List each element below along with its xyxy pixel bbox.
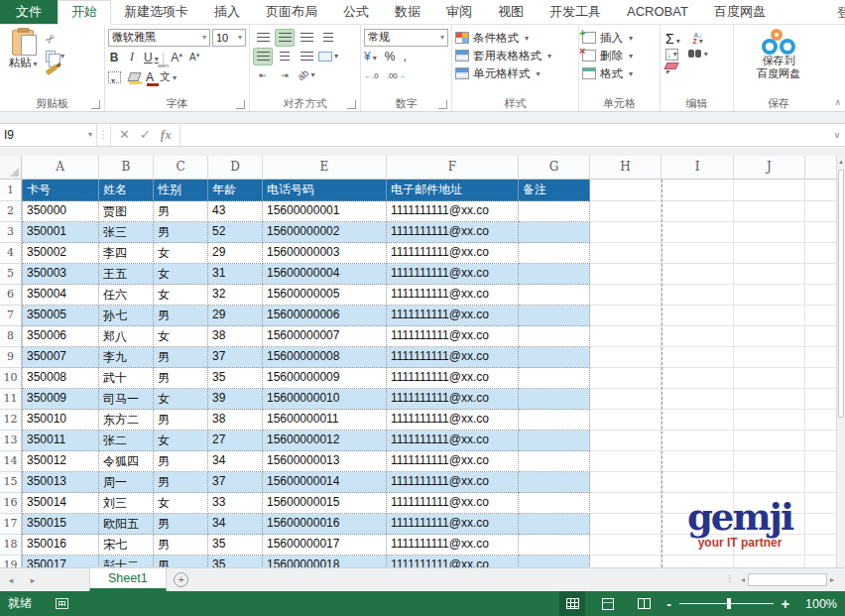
grow-font-button[interactable]: A [171, 51, 182, 64]
orientation-button[interactable]: ab [297, 66, 316, 84]
cell-G2[interactable] [519, 201, 590, 222]
vertical-scrollbar[interactable]: ▲ [836, 156, 845, 567]
tab-百度网盘[interactable]: 百度网盘 [701, 0, 779, 24]
delete-cells-button[interactable]: 删除 [582, 49, 633, 63]
cell-J2[interactable] [734, 201, 805, 222]
cell-D6[interactable]: 32 [208, 285, 263, 306]
new-sheet-button[interactable]: + [167, 568, 196, 591]
cell-H12[interactable] [590, 410, 662, 431]
cell-C11[interactable]: 女 [154, 389, 208, 410]
cell-D9[interactable]: 37 [208, 347, 263, 368]
cell-A3[interactable]: 350001 [22, 222, 99, 243]
cell-D12[interactable]: 38 [208, 410, 263, 431]
row-header-2[interactable]: 2 [0, 201, 22, 222]
cell-G9[interactable] [519, 347, 590, 368]
cell-E3[interactable]: 15600000002 [263, 222, 387, 243]
insert-function-icon[interactable]: fx [161, 127, 172, 143]
column-header-C[interactable]: C [154, 156, 208, 180]
copy-button[interactable] [43, 50, 67, 63]
clear-button[interactable] [664, 62, 678, 69]
cell-I7[interactable] [662, 306, 734, 326]
zoom-slider-thumb[interactable] [727, 598, 731, 609]
cell-A4[interactable]: 350002 [22, 243, 99, 264]
cell-B7[interactable]: 孙七 [99, 306, 154, 326]
column-header-G[interactable]: G [519, 156, 590, 180]
cell-B5[interactable]: 王五 [99, 264, 154, 285]
cell-C15[interactable]: 男 [154, 472, 208, 493]
cell-H15[interactable] [590, 472, 662, 493]
cell-A12[interactable]: 350010 [22, 410, 99, 431]
cell-F15[interactable]: 1111111111@xx.co [387, 472, 519, 493]
cell-J9[interactable] [734, 347, 805, 368]
fill-button[interactable]: ↓ [665, 49, 678, 61]
align-middle-button[interactable] [275, 29, 295, 47]
row-header-7[interactable]: 7 [0, 306, 22, 326]
cell-I13[interactable] [662, 431, 734, 451]
expand-formula-bar-icon[interactable]: ∨ [829, 124, 845, 146]
scroll-right-icon[interactable]: ▸ [827, 575, 837, 584]
cell-I12[interactable] [662, 410, 734, 431]
cell-F10[interactable]: 1111111111@xx.co [387, 368, 519, 389]
cell-G14[interactable] [519, 451, 590, 472]
cell-E8[interactable]: 15600000007 [263, 326, 387, 347]
cell-D10[interactable]: 35 [208, 368, 263, 389]
sort-filter-button[interactable]: A↓Z [688, 33, 708, 45]
format-cells-button[interactable]: 格式 [582, 66, 633, 81]
underline-button[interactable]: U [144, 51, 156, 64]
cell-H10[interactable] [590, 368, 662, 389]
autosum-button[interactable]: Σ [665, 31, 680, 47]
cell-H5[interactable] [590, 264, 662, 285]
cell-B3[interactable]: 张三 [99, 222, 154, 243]
font-color-button[interactable]: A [146, 72, 154, 82]
cell-G13[interactable] [519, 431, 590, 451]
cell-A2[interactable]: 350000 [22, 201, 99, 222]
cell-D16[interactable]: 33 [208, 493, 263, 514]
row-header-3[interactable]: 3 [0, 222, 22, 243]
cell-E1[interactable]: 电话号码 [263, 180, 387, 201]
cell-A19[interactable]: 350017 [22, 555, 99, 567]
cell-E12[interactable]: 15600000011 [263, 410, 387, 431]
cell-J3[interactable] [734, 222, 805, 243]
cell-C14[interactable]: 男 [154, 451, 208, 472]
page-layout-view-button[interactable] [595, 591, 621, 616]
cell-E16[interactable]: 15600000015 [263, 493, 387, 514]
cell-E11[interactable]: 15600000010 [263, 389, 387, 410]
column-header-D[interactable]: D [208, 156, 263, 180]
cancel-icon[interactable]: ✕ [119, 127, 130, 142]
cell-F8[interactable]: 1111111111@xx.co [387, 326, 519, 347]
italic-button[interactable]: I [126, 50, 138, 64]
cell-D19[interactable]: 35 [208, 555, 263, 567]
align-right-button[interactable] [297, 48, 316, 65]
cell-styles-button[interactable]: 单元格样式 [455, 66, 551, 81]
row-header-10[interactable]: 10 [0, 368, 22, 389]
page-break-view-button[interactable] [631, 591, 657, 616]
cell-A14[interactable]: 350012 [22, 451, 99, 472]
select-all-corner[interactable] [0, 156, 22, 180]
format-as-table-button[interactable]: 套用表格格式 [455, 49, 551, 63]
cut-button[interactable]: ✂ [43, 31, 67, 47]
cell-C16[interactable]: 女 [154, 493, 208, 514]
save-to-baidu-netdisk-button[interactable]: 保存到百度网盘 [746, 27, 811, 80]
cell-G17[interactable] [519, 514, 590, 535]
cell-I3[interactable] [662, 222, 734, 243]
tab-bar-splitter[interactable]: ⋮ [725, 573, 734, 583]
cell-J15[interactable] [734, 472, 805, 493]
cell-J10[interactable] [734, 368, 805, 389]
tab-插入[interactable]: 插入 [201, 0, 253, 24]
cell-J8[interactable] [734, 326, 805, 347]
cell-G7[interactable] [519, 306, 590, 326]
tab-file[interactable]: 文件 [0, 0, 58, 24]
formula-input[interactable] [181, 124, 829, 146]
normal-view-button[interactable] [559, 591, 585, 616]
scroll-up-icon[interactable]: ▲ [837, 156, 845, 168]
paste-button[interactable]: 粘贴 [3, 27, 43, 70]
sheet-nav-next-icon[interactable]: ▸ [22, 568, 44, 591]
row-header-19[interactable]: 19 [0, 555, 22, 567]
cell-A1[interactable]: 卡号 [22, 180, 99, 201]
cell-J5[interactable] [734, 264, 805, 285]
cell-G16[interactable] [519, 493, 590, 514]
tab-开发工具[interactable]: 开发工具 [537, 0, 614, 24]
increase-decimal-button[interactable]: ←.0 [364, 71, 379, 80]
cell-D17[interactable]: 34 [208, 514, 263, 535]
column-header-B[interactable]: B [99, 156, 154, 180]
